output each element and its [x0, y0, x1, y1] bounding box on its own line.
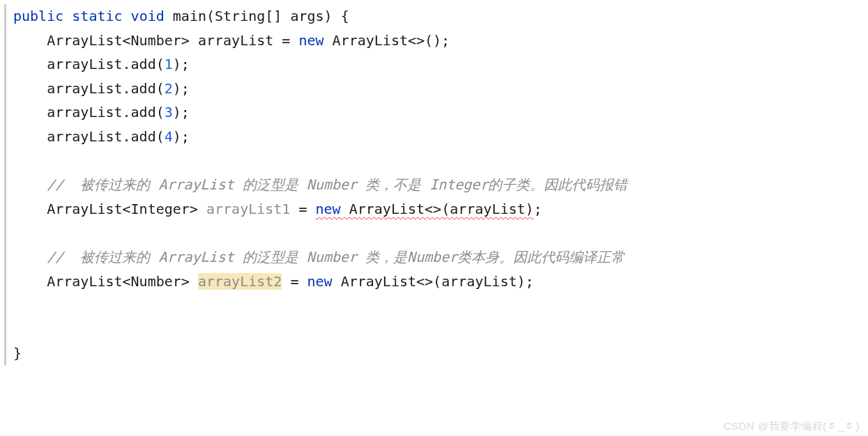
code-line-add2: arrayList.add(2); [13, 77, 868, 101]
code-line-blank [13, 221, 868, 245]
code-line-blank [13, 293, 868, 318]
number-literal: 4 [165, 128, 173, 145]
keyword-new: new [298, 32, 323, 49]
semicolon: ; [534, 201, 542, 217]
keyword-void: void [131, 8, 165, 24]
call-pre: arrayList.add( [47, 80, 165, 97]
code-line-blank [13, 318, 868, 342]
call-pre: arrayList.add( [47, 56, 165, 72]
code-line-comment1: // 被传过来的 ArrayList 的泛型是 Number 类，不是 Inte… [13, 173, 868, 197]
keyword-new-error: new [316, 201, 341, 217]
paren-close-brace: ) { [324, 8, 349, 24]
param-type: String[] [215, 8, 282, 24]
code-line-add4: arrayList.add(4); [13, 125, 868, 149]
constructor: ArrayList<>(arrayList); [333, 273, 534, 290]
code-line-close-brace: } [13, 341, 868, 366]
call-post: ); [173, 80, 190, 97]
var-name: arrayList [198, 32, 273, 49]
method-name: main [173, 8, 206, 24]
code-line-decl1: ArrayList<Number> arrayList = new ArrayL… [13, 29, 868, 53]
code-line-add1: arrayList.add(1); [13, 52, 868, 77]
code-line-blank [13, 149, 868, 173]
call-pre: arrayList.add( [47, 128, 165, 145]
var-name-unused: arrayList1 [206, 201, 290, 217]
keyword-public: public [13, 8, 63, 24]
call-pre: arrayList.add( [47, 104, 165, 120]
type: ArrayList<Number> [47, 273, 190, 290]
code-line-decl3: ArrayList<Number> arrayList2 = new Array… [13, 270, 868, 294]
call-post: ); [173, 128, 190, 145]
code-block: public static void main(String[] args) {… [4, 4, 868, 366]
call-post: ); [173, 104, 190, 120]
constructor-error: ArrayList<>(arrayList) [341, 201, 534, 217]
code-line-comment2: // 被传过来的 ArrayList 的泛型是 Number 类，是Number… [13, 245, 868, 270]
code-line-add3: arrayList.add(3); [13, 100, 868, 125]
keyword-static: static [72, 8, 122, 24]
param-name: args [290, 8, 323, 24]
var-name-highlighted: arrayList2 [198, 273, 282, 290]
number-literal: 1 [165, 56, 173, 72]
number-literal: 3 [165, 104, 173, 120]
number-literal: 2 [165, 80, 173, 97]
code-line-signature: public static void main(String[] args) { [13, 4, 868, 29]
type: ArrayList<Integer> [47, 201, 198, 217]
watermark-text: CSDN @我要学编程(ಥ_ಥ) [724, 420, 860, 433]
code-line-decl2: ArrayList<Integer> arrayList1 = new Arra… [13, 197, 868, 221]
comment-text: // 被传过来的 ArrayList 的泛型是 Number 类，不是 Inte… [47, 176, 627, 193]
keyword-new: new [307, 273, 332, 290]
constructor: ArrayList<>(); [324, 32, 450, 49]
comment-text: // 被传过来的 ArrayList 的泛型是 Number 类，是Number… [47, 249, 625, 265]
paren-open: ( [206, 8, 215, 24]
type: ArrayList<Number> [47, 32, 190, 49]
call-post: ); [173, 56, 190, 72]
